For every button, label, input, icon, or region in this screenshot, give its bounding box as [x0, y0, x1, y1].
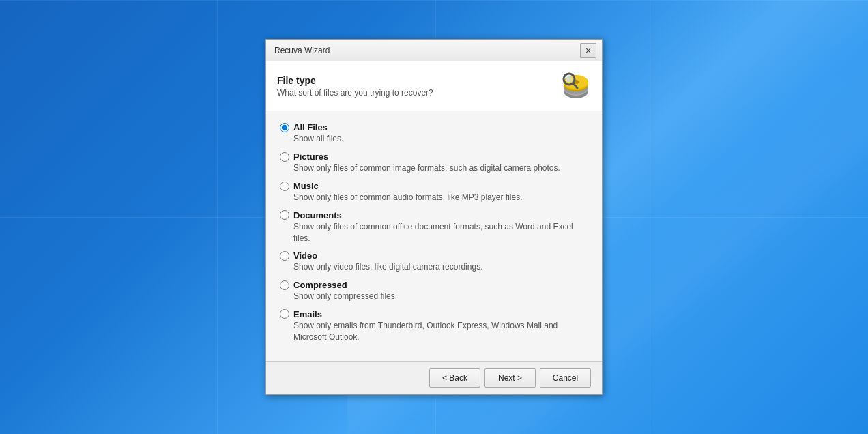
radio-pictures[interactable]: [280, 152, 289, 162]
label-pictures: Pictures: [293, 151, 328, 162]
dialog-header: File type What sort of files are you try…: [266, 61, 602, 111]
option-music: Music Show only files of common audio fo…: [280, 181, 588, 203]
desc-documents: Show only files of common office documen…: [293, 221, 588, 244]
radio-documents[interactable]: [280, 210, 289, 220]
label-all-files: All Files: [293, 122, 328, 132]
radio-music[interactable]: [280, 182, 289, 191]
dialog-overlay: Recuva Wizard × File type What sort of f…: [0, 0, 868, 434]
dialog-content: All Files Show all files. Pictures Show …: [266, 111, 602, 360]
desc-all-files: Show all files.: [293, 133, 588, 145]
header-subtitle: What sort of files are you trying to rec…: [277, 88, 558, 98]
header-title: File type: [277, 75, 558, 86]
label-compressed: Compressed: [293, 280, 347, 290]
dialog-footer: < Back Next > Cancel: [266, 361, 602, 394]
recuva-icon: [558, 70, 591, 102]
svg-point-8: [566, 76, 573, 83]
close-button[interactable]: ×: [580, 43, 596, 58]
titlebar: Recuva Wizard ×: [266, 40, 602, 61]
radio-emails[interactable]: [280, 309, 289, 319]
label-documents: Documents: [293, 210, 342, 220]
dialog-title: Recuva Wizard: [274, 46, 330, 55]
label-emails: Emails: [293, 309, 322, 319]
option-video: Video Show only video files, like digita…: [280, 250, 588, 273]
back-button[interactable]: < Back: [429, 368, 480, 388]
option-documents: Documents Show only files of common offi…: [280, 210, 588, 244]
label-video: Video: [293, 250, 317, 261]
option-compressed: Compressed Show only compressed files.: [280, 280, 588, 302]
option-emails: Emails Show only emails from Thunderbird…: [280, 309, 588, 343]
desc-music: Show only files of common audio formats,…: [293, 192, 588, 203]
header-text: File type What sort of files are you try…: [277, 75, 558, 98]
desc-pictures: Show only files of common image formats,…: [293, 162, 588, 174]
option-all-files: All Files Show all files.: [280, 122, 588, 145]
option-pictures: Pictures Show only files of common image…: [280, 151, 588, 174]
desc-compressed: Show only compressed files.: [293, 291, 588, 302]
disk-icon-svg: [558, 70, 591, 102]
label-music: Music: [293, 181, 319, 191]
desc-emails: Show only emails from Thunderbird, Outlo…: [293, 320, 588, 343]
radio-compressed[interactable]: [280, 280, 289, 290]
next-button[interactable]: Next >: [484, 368, 536, 388]
desc-video: Show only video files, like digital came…: [293, 261, 588, 273]
radio-all-files[interactable]: [280, 123, 289, 132]
radio-video[interactable]: [280, 251, 289, 261]
dialog-window: Recuva Wizard × File type What sort of f…: [265, 39, 603, 394]
cancel-button[interactable]: Cancel: [540, 368, 591, 388]
